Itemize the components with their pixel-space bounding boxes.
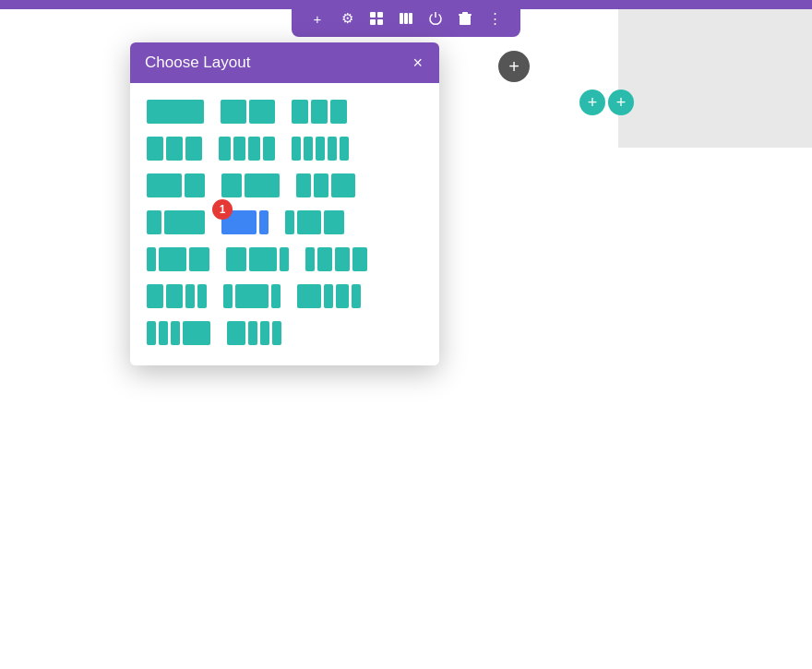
svg-rect-1: [377, 12, 383, 18]
layout-row-2: [145, 135, 424, 162]
toolbar-plus-icon[interactable]: +: [304, 6, 330, 31]
choose-layout-modal: Choose Layout ×: [130, 42, 439, 365]
layout-option-4unequal-b[interactable]: [295, 282, 363, 310]
svg-rect-4: [400, 13, 403, 24]
right-panel: [618, 9, 812, 148]
layout-option-4unequal-a[interactable]: [145, 282, 209, 310]
layout-option-3part[interactable]: [283, 209, 346, 236]
modal-title: Choose Layout: [145, 54, 250, 72]
layout-row-3: [145, 172, 424, 199]
layout-option-2col[interactable]: [219, 98, 277, 125]
layout-row-1: [145, 98, 424, 125]
svg-rect-5: [404, 13, 408, 24]
layout-option-5mixed[interactable]: [225, 319, 283, 347]
toolbar-more-icon[interactable]: ⋮: [482, 6, 508, 31]
layout-option-5unequal-a[interactable]: [145, 319, 212, 347]
toolbar-trash-icon[interactable]: [452, 6, 478, 31]
layout-option-4mixed[interactable]: [304, 245, 369, 273]
add-column-left-button[interactable]: +: [579, 90, 605, 115]
layout-option-wide-narrow-narrow[interactable]: [221, 282, 282, 310]
toolbar-power-icon[interactable]: [423, 6, 448, 31]
layout-row-5: [145, 245, 424, 273]
layout-option-1-2[interactable]: [145, 172, 207, 199]
svg-rect-0: [370, 12, 376, 18]
modal-header: Choose Layout ×: [130, 42, 439, 83]
layout-option-2-1[interactable]: [220, 172, 281, 199]
layout-option-1-1-2[interactable]: [294, 172, 357, 199]
layout-option-highlighted-wrapper: 1: [220, 209, 270, 236]
layout-option-1col[interactable]: [145, 98, 206, 125]
layout-option-small-large[interactable]: [145, 209, 207, 236]
layout-badge: 1: [212, 199, 233, 220]
add-column-right-button[interactable]: +: [608, 90, 634, 115]
layout-option-3col[interactable]: [290, 98, 349, 125]
layout-option-4col[interactable]: [217, 135, 277, 162]
toolbar-layout-icon[interactable]: [364, 6, 389, 31]
layout-option-unequal-3a[interactable]: [145, 245, 211, 273]
layout-option-3col-b[interactable]: [145, 135, 204, 162]
layout-option-5col[interactable]: [290, 135, 351, 162]
svg-rect-6: [409, 13, 412, 24]
svg-rect-2: [370, 19, 376, 25]
layout-row-4: 1: [145, 209, 424, 236]
add-section-button[interactable]: +: [498, 51, 530, 82]
svg-rect-3: [377, 19, 383, 25]
svg-rect-9: [459, 14, 472, 16]
modal-body: 1: [130, 83, 439, 365]
layout-option-unequal-3b[interactable]: [224, 245, 291, 273]
layout-row-7: [145, 319, 424, 347]
layout-grid: 1: [145, 98, 424, 347]
toolbar-settings-icon[interactable]: ⚙: [334, 6, 360, 31]
toolbar-columns-icon[interactable]: [393, 6, 419, 31]
svg-rect-7: [460, 15, 471, 25]
modal-close-button[interactable]: ×: [411, 54, 424, 71]
layout-row-6: [145, 282, 424, 310]
toolbar: + ⚙: [292, 0, 520, 37]
